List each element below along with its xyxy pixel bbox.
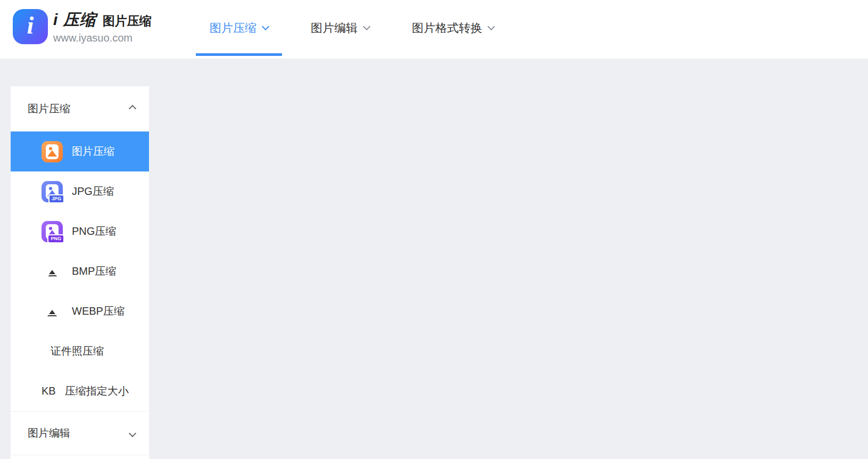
sidebar: 图片压缩 图片压缩 JPG JPG压缩 PNG PNG压缩 BMP BMP压缩 bbox=[11, 86, 149, 459]
sidebar-item-image-compress[interactable]: 图片压缩 bbox=[11, 132, 149, 171]
chevron-up-icon bbox=[129, 105, 136, 112]
sidebar-item-png-compress[interactable]: PNG PNG压缩 bbox=[11, 211, 149, 251]
sidebar-group-image-edit[interactable]: 图片编辑 bbox=[11, 411, 149, 455]
jpg-file-icon: JPG bbox=[42, 181, 63, 202]
sidebar-group-image-compress[interactable]: 图片压缩 bbox=[11, 86, 149, 132]
nav-item-image-compress[interactable]: 图片压缩 bbox=[196, 0, 282, 56]
png-file-icon: PNG bbox=[42, 221, 63, 242]
sidebar-item-label: JPG压缩 bbox=[72, 184, 114, 199]
nav-item-label: 图片压缩 bbox=[210, 20, 257, 36]
nav-item-format-convert[interactable]: 图片格式转换 bbox=[398, 0, 508, 56]
sidebar-item-label: WEBP压缩 bbox=[72, 304, 125, 318]
sidebar-item-webp-compress[interactable]: WEBP WEBP压缩 bbox=[11, 291, 149, 331]
sidebar-item-label: BMP压缩 bbox=[72, 264, 116, 278]
bmp-file-icon: BMP bbox=[42, 261, 63, 282]
top-header: i i 压缩 图片压缩 www.iyasuo.com 图片压缩 图片编辑 图片格… bbox=[0, 0, 868, 59]
brand-subname: 图片压缩 bbox=[103, 13, 152, 29]
nav-item-label: 图片格式转换 bbox=[412, 20, 482, 36]
chevron-down-icon bbox=[487, 22, 495, 30]
chevron-down-icon bbox=[262, 22, 269, 30]
sidebar-item-compress-to-size[interactable]: KB 压缩指定大小 bbox=[11, 371, 149, 411]
image-compress-icon bbox=[42, 141, 63, 162]
webp-file-icon: WEBP bbox=[42, 301, 63, 322]
sidebar-group-label: 图片压缩 bbox=[28, 102, 70, 116]
sidebar-group-label: 图片编辑 bbox=[28, 426, 70, 440]
nav-item-image-edit[interactable]: 图片编辑 bbox=[297, 0, 383, 56]
brand-url: www.iyasuo.com bbox=[53, 32, 152, 44]
sidebar-item-label: 图片压缩 bbox=[72, 144, 114, 159]
logo-icon: i bbox=[13, 9, 48, 44]
sidebar-item-jpg-compress[interactable]: JPG JPG压缩 bbox=[11, 171, 149, 211]
sidebar-item-bmp-compress[interactable]: BMP BMP压缩 bbox=[11, 251, 149, 291]
kb-folder-icon: KB bbox=[42, 385, 56, 397]
sidebar-item-id-photo-compress[interactable]: 证件照压缩 bbox=[11, 331, 149, 371]
chevron-down-icon bbox=[363, 22, 370, 30]
brand-name: i 压缩 bbox=[53, 9, 96, 31]
sidebar-item-label: PNG压缩 bbox=[72, 224, 116, 239]
chevron-down-icon bbox=[129, 429, 136, 437]
brand-text: i 压缩 图片压缩 www.iyasuo.com bbox=[53, 9, 152, 44]
sidebar-item-label: 压缩指定大小 bbox=[65, 384, 129, 398]
site-logo[interactable]: i i 压缩 图片压缩 www.iyasuo.com bbox=[13, 9, 152, 44]
main-nav: 图片压缩 图片编辑 图片格式转换 bbox=[196, 0, 508, 56]
nav-item-label: 图片编辑 bbox=[311, 20, 358, 36]
sidebar-item-label: 证件照压缩 bbox=[51, 344, 104, 358]
